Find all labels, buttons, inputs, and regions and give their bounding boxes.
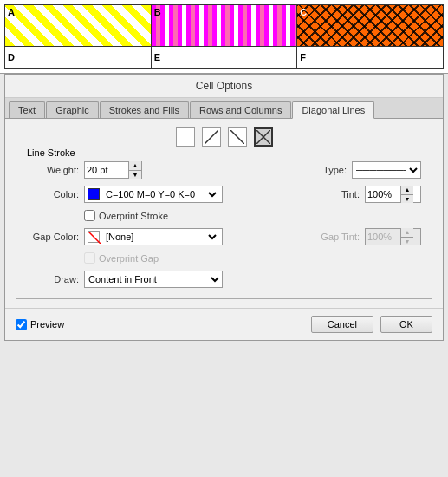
ok-button[interactable]: OK bbox=[380, 316, 432, 333]
gap-color-dropdown[interactable]: [None] bbox=[84, 228, 223, 245]
cell-c-pattern bbox=[297, 5, 443, 46]
tint-up[interactable]: ▲ bbox=[401, 186, 413, 195]
cell-c-label: C bbox=[300, 7, 307, 17]
diag-none-svg bbox=[179, 130, 192, 144]
dialog-footer: Preview Cancel OK bbox=[5, 308, 443, 340]
gap-color-label: Gap Color: bbox=[27, 232, 79, 242]
overprint-gap-checkbox[interactable] bbox=[84, 252, 95, 264]
gap-tint-spinner[interactable]: ▲ ▼ bbox=[365, 228, 421, 245]
gap-tint-arrows: ▲ ▼ bbox=[400, 228, 413, 245]
diag-icon-both[interactable] bbox=[254, 127, 273, 147]
gap-color-select[interactable]: [None] bbox=[102, 229, 219, 245]
overprint-stroke-checkbox[interactable] bbox=[84, 210, 95, 221]
overprint-gap-label: Overprint Gap bbox=[99, 253, 159, 264]
draw-label: Draw: bbox=[27, 274, 79, 284]
draw-row: Draw: Content in Front Diagonal in Front bbox=[27, 271, 421, 288]
weight-label: Weight: bbox=[27, 165, 79, 175]
tint-arrows: ▲ ▼ bbox=[400, 186, 413, 203]
overprint-stroke-label: Overprint Stroke bbox=[99, 211, 168, 221]
type-select[interactable]: ──────── - - - - - · · · · · bbox=[352, 161, 421, 179]
dialog-title: Cell Options bbox=[5, 75, 443, 98]
tint-spinner[interactable]: ▲ ▼ bbox=[365, 186, 421, 203]
tab-diagonal-lines[interactable]: Diagonal Lines bbox=[292, 101, 374, 119]
preview-cells-top: A B C bbox=[4, 4, 444, 47]
button-group: Cancel OK bbox=[311, 316, 432, 333]
tint-down[interactable]: ▼ bbox=[401, 195, 413, 204]
preview-check-container: Preview bbox=[16, 319, 64, 330]
diag-icon-back[interactable] bbox=[228, 127, 247, 147]
diag-icon-forward[interactable] bbox=[202, 127, 221, 147]
color-select[interactable]: C=100 M=0 Y=0 K=0 bbox=[102, 186, 219, 202]
line-stroke-group: Line Stroke Weight: ▲ ▼ Type: ──────── -… bbox=[16, 154, 432, 299]
draw-select[interactable]: Content in Front Diagonal in Front bbox=[84, 271, 223, 288]
preview-cell-e: E bbox=[152, 47, 298, 68]
svg-line-5 bbox=[88, 232, 101, 244]
gap-tint-input[interactable] bbox=[366, 229, 400, 245]
diag-forward-svg bbox=[205, 130, 218, 144]
preview-cell-f: F bbox=[297, 47, 443, 68]
diag-back-svg bbox=[230, 130, 244, 144]
cell-b-label: B bbox=[154, 7, 161, 17]
cell-e-label: E bbox=[154, 52, 160, 62]
group-label: Line Stroke bbox=[23, 147, 79, 158]
svg-line-1 bbox=[205, 130, 218, 144]
svg-rect-0 bbox=[179, 130, 192, 144]
color-swatch bbox=[88, 188, 100, 200]
tab-strokes-fills[interactable]: Strokes and Fills bbox=[100, 101, 189, 118]
tabs-bar: Text Graphic Strokes and Fills Rows and … bbox=[5, 98, 443, 119]
weight-spinner[interactable]: ▲ ▼ bbox=[84, 161, 142, 179]
weight-down[interactable]: ▼ bbox=[129, 171, 141, 180]
cell-f-label: F bbox=[300, 52, 306, 62]
weight-input[interactable] bbox=[85, 162, 128, 178]
weight-up[interactable]: ▲ bbox=[129, 161, 141, 171]
preview-label: Preview bbox=[30, 319, 64, 330]
gap-tint-label: Gap Tint: bbox=[321, 232, 360, 242]
cell-d-label: D bbox=[8, 52, 15, 62]
svg-line-2 bbox=[230, 130, 244, 144]
color-tint-row: Color: C=100 M=0 Y=0 K=0 Tint: ▲ ▼ bbox=[27, 186, 421, 203]
preview-cell-b: B bbox=[152, 5, 298, 46]
gap-color-tint-row: Gap Color: [None] Gap Tint: ▲ ▼ bbox=[27, 228, 421, 245]
cell-a-label: A bbox=[8, 7, 15, 17]
tab-text[interactable]: Text bbox=[9, 101, 45, 118]
type-label: Type: bbox=[323, 165, 347, 175]
preview-checkbox[interactable] bbox=[16, 319, 27, 330]
gap-none-icon bbox=[88, 232, 101, 244]
cell-b-stripes bbox=[152, 5, 297, 46]
color-label: Color: bbox=[27, 189, 79, 199]
diag-icon-none[interactable] bbox=[176, 127, 195, 147]
gap-tint-down[interactable]: ▼ bbox=[401, 238, 413, 246]
tab-graphic[interactable]: Graphic bbox=[46, 101, 99, 118]
diag-both-svg bbox=[256, 130, 270, 144]
preview-cell-c: C bbox=[297, 5, 443, 46]
weight-type-row: Weight: ▲ ▼ Type: ──────── - - - - - · ·… bbox=[27, 161, 421, 179]
preview-cells-bottom: D E F bbox=[4, 47, 444, 69]
weight-arrows: ▲ ▼ bbox=[128, 161, 141, 179]
cancel-button[interactable]: Cancel bbox=[311, 316, 373, 333]
overprint-stroke-row: Overprint Stroke bbox=[84, 210, 421, 221]
overprint-gap-row: Overprint Gap bbox=[84, 252, 421, 264]
cell-a-stripes bbox=[5, 5, 151, 46]
preview-area: A B C D E F bbox=[0, 0, 448, 74]
gap-tint-up[interactable]: ▲ bbox=[401, 228, 413, 238]
preview-cell-d: D bbox=[5, 47, 152, 68]
tint-label: Tint: bbox=[341, 189, 360, 199]
cell-options-dialog: Cell Options Text Graphic Strokes and Fi… bbox=[4, 74, 444, 341]
tint-input[interactable] bbox=[366, 186, 400, 202]
color-dropdown[interactable]: C=100 M=0 Y=0 K=0 bbox=[84, 186, 223, 203]
preview-cell-a: A bbox=[5, 5, 152, 46]
tab-rows-columns[interactable]: Rows and Columns bbox=[190, 101, 291, 118]
